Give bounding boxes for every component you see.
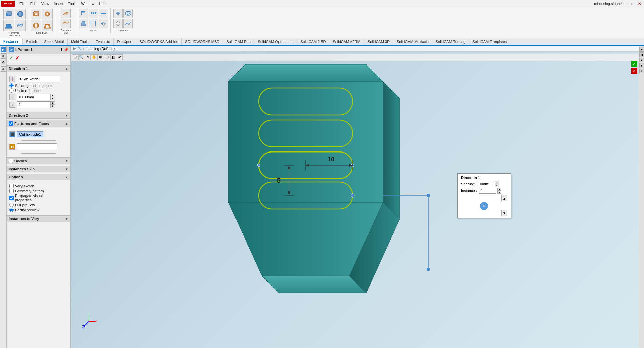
callout-instances-up[interactable]: ▲: [497, 188, 501, 191]
callout-instances-down[interactable]: ▼: [497, 191, 501, 194]
intersect-button[interactable]: [123, 9, 133, 18]
tab-features[interactable]: Features: [0, 38, 23, 45]
boundary-boss-button[interactable]: [15, 20, 26, 31]
revolved-boss-button[interactable]: [15, 9, 26, 19]
cancel-button[interactable]: ✗: [15, 55, 19, 61]
swept-cut-button[interactable]: [61, 9, 71, 18]
rp-btn-3[interactable]: ▲: [639, 58, 644, 62]
menu-help[interactable]: Help: [97, 1, 109, 6]
cut-extrude-item[interactable]: Cut-Extrude1: [17, 131, 43, 137]
config-manager-btn[interactable]: ⚙: [1, 60, 6, 65]
revolved-cut-button[interactable]: [31, 20, 41, 31]
hole-wizard-button[interactable]: [42, 9, 53, 19]
vp-section[interactable]: ⊟: [104, 54, 110, 60]
shell-button[interactable]: [89, 19, 98, 28]
propagate-visual-checkbox[interactable]: [9, 196, 14, 200]
direction1-header[interactable]: Direction 1 ▲: [7, 65, 70, 72]
vp-view-orient[interactable]: ⊞: [97, 54, 103, 60]
panel-info-icon[interactable]: ℹ: [61, 48, 62, 52]
instances-input[interactable]: [17, 101, 50, 108]
wrap-button[interactable]: [113, 9, 123, 18]
callout-scroll-down[interactable]: ▼: [501, 210, 507, 216]
lofted-boss-button[interactable]: [3, 20, 14, 31]
reference-button[interactable]: [113, 19, 123, 28]
tab-evaluate[interactable]: Evaluate: [92, 38, 114, 45]
callout-rotate-btn[interactable]: ↻: [480, 202, 488, 210]
direction2-header[interactable]: Direction 2 ▼: [7, 112, 70, 119]
callout-spacing-up[interactable]: ▲: [495, 181, 499, 184]
spacing-input[interactable]: [17, 94, 50, 100]
tab-add-ins[interactable]: SOLIDWORKS Add-Ins: [136, 38, 182, 45]
callout-spacing-input[interactable]: [477, 181, 493, 187]
vp-zoom-extent[interactable]: ⊡: [72, 54, 78, 60]
close-btn[interactable]: ✕: [637, 1, 643, 6]
mirror-button[interactable]: [99, 19, 108, 28]
empty-feature-input[interactable]: [17, 143, 57, 150]
spacing-down-btn[interactable]: ▼: [50, 97, 55, 100]
rp-btn-4[interactable]: ▼: [639, 63, 644, 68]
viewport-confirm-btn[interactable]: ✓: [631, 61, 637, 67]
viewport[interactable]: ▶ 🔧 mhousing (Default<... ⊡ 🔍 ↻ ✋ ⊞ ⊟ ◧ …: [71, 46, 639, 348]
boundary-cut-button[interactable]: [61, 19, 71, 28]
vp-display[interactable]: ◧: [110, 54, 116, 60]
features-faces-header[interactable]: Features and Faces ▲: [7, 120, 70, 127]
instances-down-btn[interactable]: ▼: [50, 105, 55, 108]
spacing-instances-radio[interactable]: [9, 83, 14, 88]
rp-btn-2[interactable]: ◀: [639, 52, 644, 57]
lofted-cut-button[interactable]: [42, 20, 53, 31]
tab-mold-tools[interactable]: Mold Tools: [68, 38, 92, 45]
extruded-boss-button[interactable]: [3, 9, 14, 19]
spacing-up-btn[interactable]: ▲: [50, 94, 55, 97]
callout-scroll-up[interactable]: ▲: [501, 195, 507, 201]
instances-up-btn[interactable]: ▲: [50, 101, 55, 105]
sketch-ref-input[interactable]: [17, 76, 60, 82]
bodies-header[interactable]: Bodies ▼: [7, 157, 70, 164]
vp-zoom-in[interactable]: 🔍: [78, 54, 84, 60]
tab-solidcam-templates[interactable]: SolidCAM Templates: [469, 38, 510, 45]
tab-sketch[interactable]: Sketch: [23, 38, 41, 45]
menu-view[interactable]: View: [39, 1, 51, 6]
confirm-button[interactable]: ✓: [9, 55, 13, 61]
tab-solidcam-ops[interactable]: SolidCAM Operations: [254, 38, 297, 45]
instances-vary-header[interactable]: Instances to Vary ▼: [7, 215, 70, 222]
fillet-button[interactable]: [79, 9, 88, 18]
vp-pan[interactable]: ✋: [91, 54, 97, 60]
tab-solidcam-multi[interactable]: SolidCAM Multiaxis: [393, 38, 432, 45]
menu-tools[interactable]: Tools: [66, 1, 79, 6]
curves-button[interactable]: [123, 19, 133, 28]
tab-solidcam-part[interactable]: SolidCAM Part: [223, 38, 254, 45]
draft-button[interactable]: [79, 19, 88, 28]
vp-rotate[interactable]: ↻: [85, 54, 91, 60]
rp-btn-5[interactable]: +: [639, 69, 644, 73]
maximize-btn[interactable]: □: [630, 1, 635, 6]
geometry-pattern-checkbox[interactable]: [9, 189, 14, 193]
feature-tree-btn[interactable]: ▶: [1, 47, 6, 52]
tab-solidcam-turning[interactable]: SolidCAM Turning: [432, 38, 469, 45]
menu-file[interactable]: File: [17, 1, 28, 6]
rib-button[interactable]: [99, 9, 108, 18]
up-to-reference-radio[interactable]: [9, 88, 14, 93]
linear-pattern-button[interactable]: [89, 9, 98, 18]
menu-edit[interactable]: Edit: [28, 1, 39, 6]
partial-preview-radio[interactable]: [9, 208, 14, 212]
full-preview-radio[interactable]: [9, 203, 14, 207]
viewport-cancel-btn[interactable]: ✕: [631, 68, 637, 74]
minimize-btn[interactable]: ─: [623, 1, 629, 6]
tab-solidcam-25d[interactable]: SolidCAM 2.5D: [297, 38, 329, 45]
vary-sketch-checkbox[interactable]: [9, 184, 14, 188]
menu-window[interactable]: Window: [79, 1, 96, 6]
tab-mbd[interactable]: SOLIDWORKS MBD: [182, 38, 223, 45]
extruded-cut-button[interactable]: [31, 9, 41, 19]
rp-btn-1[interactable]: ▶: [639, 47, 644, 52]
menu-insert[interactable]: Insert: [52, 1, 65, 6]
features-faces-checkbox[interactable]: [9, 121, 13, 126]
property-manager-btn[interactable]: ≡: [1, 53, 6, 59]
callout-instances-input[interactable]: [479, 188, 496, 194]
options-header[interactable]: Options ▲: [7, 174, 70, 180]
bodies-checkbox[interactable]: [9, 159, 13, 163]
tab-dimxpert[interactable]: DimXpert: [114, 38, 136, 45]
tab-sheet-metal[interactable]: Sheet Metal: [41, 38, 68, 45]
panel-pin-icon[interactable]: 📌: [63, 48, 68, 52]
tab-solidcam-3d[interactable]: SolidCAM 3D: [364, 38, 393, 45]
tab-solidcam-afrm[interactable]: SolidCAM AFRM: [329, 38, 364, 45]
